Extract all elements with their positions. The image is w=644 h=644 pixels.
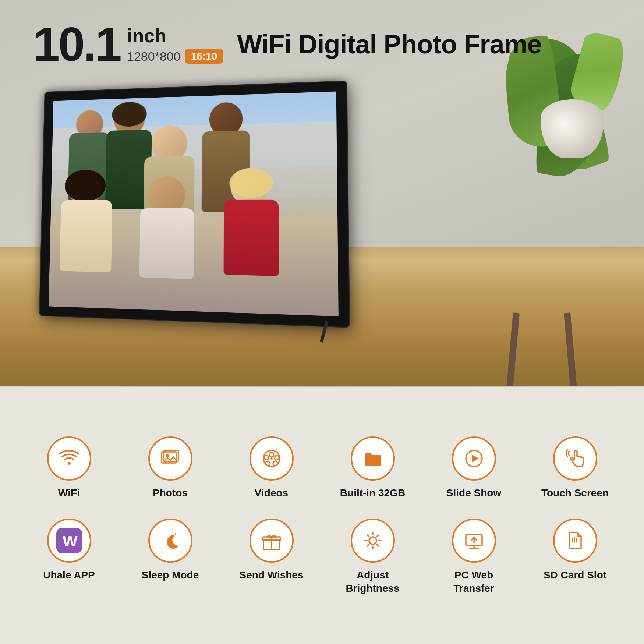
brightness-icon-circle	[351, 519, 395, 563]
svg-point-14	[172, 534, 174, 536]
feature-wifi: WiFi	[22, 436, 116, 500]
photos-icon-circle	[148, 436, 192, 481]
gift-icon	[261, 530, 283, 552]
frame-screen	[49, 91, 339, 316]
feature-videos: Videos	[224, 436, 318, 500]
storage-label: Built-in 32GB	[340, 486, 405, 500]
svg-point-5	[269, 453, 274, 457]
storage-icon-circle	[351, 436, 395, 481]
svg-line-25	[367, 535, 369, 537]
brightness-label: Adjust Brightness	[346, 569, 399, 595]
wishes-label: Send Wishes	[239, 569, 303, 582]
wishes-icon-circle	[250, 519, 294, 563]
resolution: 1280*800	[127, 49, 181, 64]
uhale-w-icon: W	[58, 530, 80, 552]
table-legs	[513, 313, 570, 386]
features-section: WiFi Photos	[0, 387, 644, 644]
svg-point-15	[175, 533, 176, 535]
photos-icon	[159, 447, 181, 470]
transfer-label: PC Web Transfer	[453, 569, 494, 595]
vase	[541, 77, 607, 158]
svg-point-7	[273, 461, 277, 466]
svg-line-28	[367, 545, 369, 546]
photo-frame-container	[33, 85, 342, 320]
person-6	[139, 176, 195, 276]
touch-label: Touch Screen	[541, 486, 609, 500]
svg-point-0	[68, 462, 71, 465]
resolution-row: 1280*800 16:10	[127, 49, 223, 64]
app-label: Uhale APP	[43, 569, 95, 582]
feature-touch: Touch Screen	[528, 436, 622, 500]
wifi-label: WiFi	[58, 486, 80, 500]
svg-text:W: W	[63, 532, 78, 549]
feature-sdcard: SD Card Slot	[528, 519, 622, 595]
svg-line-26	[377, 545, 378, 546]
svg-marker-12	[472, 455, 479, 462]
feature-app: W Uhale APP	[22, 519, 116, 595]
sleep-icon-circle	[148, 519, 192, 563]
uhale-app-icon: W	[56, 528, 82, 553]
svg-line-27	[377, 535, 378, 537]
slideshow-label: Slide Show	[446, 486, 501, 500]
sleep-label: Sleep Mode	[142, 569, 199, 582]
svg-point-16	[174, 536, 175, 537]
feature-wishes: Send Wishes	[224, 519, 318, 595]
svg-point-3	[166, 454, 169, 457]
wifi-icon	[58, 447, 80, 470]
sleep-icon	[159, 530, 181, 552]
sdcard-icon-circle	[553, 519, 597, 563]
photo-scene	[49, 91, 339, 316]
person-7	[224, 168, 279, 274]
features-row-1: WiFi Photos	[22, 436, 622, 500]
svg-point-10	[270, 457, 273, 460]
features-row-2: W Uhale APP Sleep Mode	[22, 519, 622, 595]
feature-slideshow: Slide Show	[427, 436, 521, 500]
touch-icon-circle	[553, 436, 597, 481]
person-5	[60, 170, 113, 270]
play-icon	[463, 447, 485, 470]
top-section: 10.1 inch 1280*800 16:10 WiFi Digital Ph…	[0, 0, 644, 386]
svg-point-6	[275, 456, 279, 460]
wifi-icon-circle	[47, 436, 91, 481]
touch-icon	[564, 447, 586, 470]
size-number: 10.1	[33, 20, 120, 68]
feature-brightness: Adjust Brightness	[326, 519, 420, 595]
product-title: WiFi Digital Photo Frame	[237, 29, 541, 59]
app-icon-circle: W	[47, 519, 91, 563]
folder-icon	[362, 447, 384, 470]
videos-icon	[261, 447, 283, 470]
frame-outer	[39, 81, 350, 328]
svg-point-20	[369, 537, 376, 544]
brightness-icon	[362, 530, 384, 552]
feature-storage: Built-in 32GB	[326, 436, 420, 500]
svg-point-8	[266, 461, 270, 466]
title-area: 10.1 inch 1280*800 16:10 WiFi Digital Ph…	[33, 20, 542, 68]
size-details: inch 1280*800 16:10	[127, 25, 223, 64]
feature-photos: Photos	[123, 436, 217, 500]
svg-point-9	[264, 456, 269, 460]
sdcard-icon	[564, 530, 586, 552]
plant-decoration	[489, 29, 637, 287]
videos-label: Videos	[255, 486, 288, 500]
photos-label: Photos	[153, 486, 188, 500]
inch-label: inch	[127, 25, 223, 47]
videos-icon-circle	[250, 436, 294, 481]
transfer-icon-circle	[452, 519, 496, 563]
slideshow-icon-circle	[452, 436, 496, 481]
feature-sleep: Sleep Mode	[123, 519, 217, 595]
feature-transfer: PC Web Transfer	[427, 519, 521, 595]
transfer-icon	[463, 530, 485, 552]
sdcard-label: SD Card Slot	[544, 569, 606, 582]
ratio-badge: 16:10	[185, 49, 223, 64]
